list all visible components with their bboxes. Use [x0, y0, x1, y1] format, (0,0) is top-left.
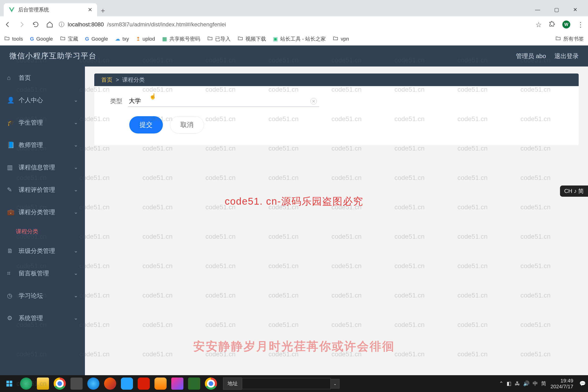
- sidebar-item[interactable]: 🎓学生管理⌄: [0, 111, 85, 134]
- taskbar-clock[interactable]: 19:49 2024/7/17: [550, 378, 575, 390]
- profile-avatar[interactable]: W: [562, 20, 570, 28]
- breadcrumb: 首页 > 课程分类: [94, 74, 579, 86]
- bookmarks-bar: toolsGGoogle宝藏GGoogle☁txy↥uplod▦共享账号密码已导…: [0, 33, 588, 46]
- bookmark-item[interactable]: vpn: [333, 36, 349, 42]
- chrome-menu-icon[interactable]: ⋮: [577, 21, 584, 28]
- site-info-icon[interactable]: ⓘ: [59, 21, 64, 28]
- bookmark-upload-icon: ↥: [136, 36, 140, 42]
- cursor-hand-icon: ☝: [149, 93, 156, 100]
- browser-tab[interactable]: 后台管理系统 ✕: [4, 3, 97, 16]
- tray-ime-icon[interactable]: 简: [541, 380, 546, 387]
- tray-lang-icon[interactable]: 中: [533, 380, 538, 387]
- sidebar-item[interactable]: 📘教师管理⌄: [0, 134, 85, 156]
- sidebar-clock-icon: ◷: [7, 292, 14, 299]
- chevron-down-icon: ⌄: [74, 120, 78, 126]
- url-box[interactable]: ⓘ localhost:8080/ssm83l7u/admin/dist/ind…: [59, 21, 530, 28]
- back-icon[interactable]: [4, 21, 11, 28]
- sidebar-doc-icon: 🗎: [7, 247, 14, 254]
- bookmark-item[interactable]: ▣站长工具 - 站长之家: [273, 36, 326, 42]
- bookmark-item[interactable]: 已导入: [207, 36, 230, 42]
- taskbar-app1-icon[interactable]: [103, 376, 117, 390]
- tray-volume-icon[interactable]: 🔊: [523, 380, 530, 387]
- taskbar-chrome2-icon[interactable]: [204, 376, 218, 390]
- type-input[interactable]: [128, 96, 319, 107]
- tab-close-icon[interactable]: ✕: [88, 6, 92, 13]
- submit-button[interactable]: 提交: [129, 116, 163, 134]
- bookmark-label: 所有书签: [563, 36, 584, 42]
- tray-network-icon[interactable]: 🖧: [515, 380, 520, 387]
- sidebar-item[interactable]: ▥课程信息管理⌄: [0, 156, 85, 178]
- sidebar-subitem[interactable]: 课程分类: [0, 223, 85, 240]
- bookmark-item[interactable]: GGoogle: [30, 36, 53, 42]
- home-icon[interactable]: [46, 21, 53, 28]
- sidebar-item-label: 班级分类管理: [19, 247, 74, 255]
- bookmark-label: txy: [122, 36, 129, 42]
- tray-app-icon[interactable]: ◧: [506, 380, 512, 387]
- sidebar-item[interactable]: ◷学习论坛⌄: [0, 284, 85, 307]
- bookmark-all[interactable]: 所有书签: [555, 36, 584, 42]
- tab-bar: 后台管理系统 ✕ ＋ — ▢ ✕: [0, 0, 588, 16]
- tray-chevron-icon[interactable]: ⌃: [499, 380, 503, 387]
- bookmark-item[interactable]: 宝藏: [60, 36, 78, 42]
- bookmark-label: 站长工具 - 站长之家: [280, 36, 326, 42]
- bookmark-star-icon[interactable]: ☆: [536, 20, 542, 29]
- taskbar-sublime-icon[interactable]: [70, 376, 84, 390]
- taskbar-netease-icon[interactable]: [137, 376, 151, 390]
- form-card: ☝ 类型 × 提交 取消: [94, 86, 579, 145]
- sidebar-item[interactable]: 🗎班级分类管理⌄: [0, 240, 85, 262]
- start-button[interactable]: [2, 376, 16, 390]
- bookmark-item[interactable]: ↥uplod: [136, 36, 155, 42]
- taskbar-app2-icon[interactable]: [120, 376, 134, 390]
- sidebar-item[interactable]: 👤个人中心⌄: [0, 89, 85, 111]
- taskbar-browser-icon[interactable]: [86, 376, 100, 390]
- sidebar-item[interactable]: ⌂首页: [0, 66, 85, 89]
- bookmark-item[interactable]: ☁txy: [115, 36, 129, 42]
- system-tray: ⌃ ◧ 🖧 🔊 中 简: [499, 380, 546, 387]
- bookmark-item[interactable]: 视频下载: [238, 36, 266, 42]
- bookmark-item[interactable]: ▦共享账号密码: [162, 36, 200, 42]
- vue-favicon-icon: [8, 6, 15, 13]
- form-input-wrap: ×: [128, 96, 319, 107]
- forward-icon[interactable]: [18, 21, 25, 28]
- bookmark-item[interactable]: tools: [4, 36, 23, 42]
- sidebar-student-icon: 🎓: [7, 119, 14, 126]
- window-minimize-icon[interactable]: —: [535, 7, 540, 13]
- taskbar-jetbrains-icon[interactable]: [170, 376, 184, 390]
- taskbar-address-input[interactable]: [242, 378, 331, 389]
- bookmark-folder-icon: [238, 36, 243, 42]
- logout-link[interactable]: 退出登录: [554, 52, 579, 60]
- sidebar-item-label: 学生管理: [19, 118, 74, 127]
- taskbar-edge-icon[interactable]: [19, 376, 33, 390]
- bookmark-google-g-icon: G: [85, 36, 89, 42]
- svg-rect-2: [6, 384, 9, 386]
- breadcrumb-home[interactable]: 首页: [101, 76, 112, 84]
- input-clear-icon[interactable]: ×: [310, 98, 317, 104]
- taskbar-address-dropdown-icon[interactable]: ⌄: [331, 379, 340, 388]
- header-user-label[interactable]: 管理员 abo: [516, 52, 546, 60]
- form-label-type: 类型: [104, 97, 122, 105]
- chevron-down-icon: ⌄: [74, 270, 78, 276]
- bookmark-label: 共享账号密码: [170, 36, 200, 42]
- sidebar-item-label: 课程评价管理: [19, 186, 74, 194]
- sidebar-case-icon: 💼: [7, 208, 14, 216]
- sidebar-item[interactable]: ⚙系统管理⌄: [0, 307, 85, 329]
- taskbar-chrome-icon[interactable]: [53, 376, 67, 390]
- new-tab-button[interactable]: ＋: [97, 5, 109, 16]
- bookmark-google-g-icon: G: [30, 36, 34, 42]
- window-close-icon[interactable]: ✕: [573, 7, 577, 13]
- taskbar-intellij-icon[interactable]: [187, 376, 201, 390]
- taskbar-explorer-icon[interactable]: [36, 376, 50, 390]
- window-maximize-icon[interactable]: ▢: [554, 7, 559, 13]
- ime-badge[interactable]: CH ♪ 简: [560, 186, 588, 197]
- notifications-icon[interactable]: 💬: [579, 380, 586, 387]
- sidebar-item[interactable]: 💼课程分类管理⌄: [0, 201, 85, 223]
- sidebar-item[interactable]: ⌗留言板管理⌄: [0, 262, 85, 284]
- taskbar-todesk-icon[interactable]: [154, 376, 168, 390]
- sidebar-teacher-icon: 📘: [7, 142, 14, 149]
- cancel-button[interactable]: 取消: [170, 116, 204, 134]
- sidebar-item[interactable]: ✎课程评价管理⌄: [0, 178, 85, 201]
- extensions-icon[interactable]: [549, 20, 555, 29]
- bookmark-folder-icon: [60, 36, 66, 42]
- bookmark-item[interactable]: GGoogle: [85, 36, 108, 42]
- reload-icon[interactable]: [32, 21, 39, 28]
